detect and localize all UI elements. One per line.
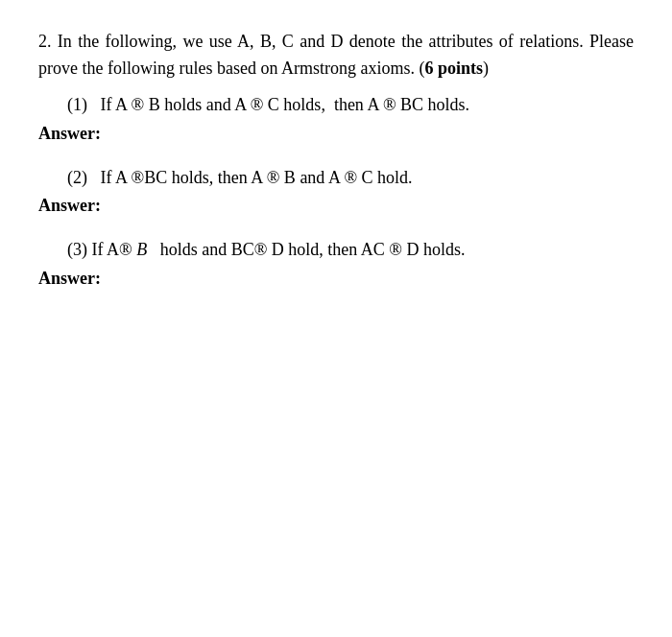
problem-number: 2. xyxy=(38,32,52,51)
sub-problem-2-answer: Answer: xyxy=(38,193,634,220)
sub-problem-1-number: (1) xyxy=(67,95,87,114)
problem-intro-text: In the following, we use A, B, C and D d… xyxy=(38,32,634,78)
sub-problem-2-text: (2) If A ®BC holds, then A ® B and A ® C… xyxy=(38,165,634,192)
sub-problem-3-number: (3) xyxy=(67,240,87,259)
sub-problem-2-number: (2) xyxy=(67,168,87,187)
sub-problem-3-answer: Answer: xyxy=(38,266,634,293)
sub-problem-1-text: (1) If A ® B holds and A ® C holds, then… xyxy=(38,92,634,119)
page-content: 2. In the following, we use A, B, C and … xyxy=(19,0,653,339)
sub-problem-1-answer: Answer: xyxy=(38,121,634,148)
sub-problem-3-text: (3) If A® B holds and BC® D hold, then A… xyxy=(38,237,634,264)
sub-problem-1: (1) If A ® B holds and A ® C holds, then… xyxy=(38,92,634,148)
sub-problem-3: (3) If A® B holds and BC® D hold, then A… xyxy=(38,237,634,293)
problem-bold-text: 6 points xyxy=(424,59,483,78)
problem-intro: 2. In the following, we use A, B, C and … xyxy=(38,29,634,83)
problem-intro-end: ) xyxy=(483,59,489,78)
sub-problem-2: (2) If A ®BC holds, then A ® B and A ® C… xyxy=(38,165,634,221)
